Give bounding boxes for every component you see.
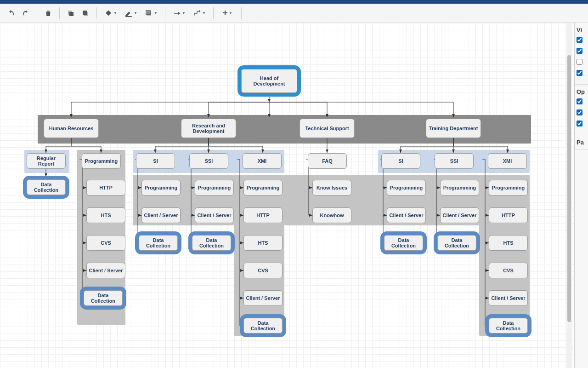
sidebar-section-page: Pa: [577, 139, 586, 146]
node-dc-1[interactable]: Data Collection: [27, 179, 66, 195]
node-cs-3[interactable]: Client / Server: [195, 207, 234, 223]
line-color-button[interactable]: ▼: [122, 7, 140, 20]
node-cs-7[interactable]: Client / Server: [489, 290, 528, 306]
node-hts-3[interactable]: HTS: [489, 235, 528, 251]
node-prog-5[interactable]: Programming: [387, 180, 426, 196]
node-faq[interactable]: FAQ: [308, 153, 347, 169]
node-hr[interactable]: Human Resources: [44, 119, 99, 138]
node-hts-2[interactable]: HTS: [243, 235, 283, 251]
node-ki[interactable]: Know Issues: [312, 180, 351, 196]
node-dc-8[interactable]: Data Collection: [489, 318, 528, 334]
node-kh[interactable]: Knowhow: [312, 207, 351, 223]
node-dc-2[interactable]: Data Collection: [84, 290, 123, 306]
svg-rect-3: [83, 11, 87, 15]
canvas[interactable]: Head of Development Human Resources Rese…: [0, 23, 588, 368]
redo-button[interactable]: [19, 7, 32, 20]
node-si-1[interactable]: SI: [136, 153, 175, 169]
node-dc-6[interactable]: Data Collection: [384, 235, 423, 251]
node-cs-5[interactable]: Client / Server: [387, 207, 426, 223]
node-hts-1[interactable]: HTS: [86, 207, 125, 223]
sidebar-check-1[interactable]: [577, 37, 582, 43]
to-back-button[interactable]: [79, 7, 92, 20]
sidebar-check-6[interactable]: [577, 109, 582, 115]
node-http-2[interactable]: HTTP: [243, 207, 283, 223]
add-button[interactable]: +▼: [218, 7, 237, 20]
sidebar-check-2[interactable]: [577, 48, 582, 54]
toolbar: ▼ ▼ ▼ ▼ ▼ +▼: [0, 4, 588, 23]
node-dc-3[interactable]: Data Collection: [139, 235, 178, 251]
node-cvs-1[interactable]: CVS: [86, 235, 125, 251]
sidebar-section-options: Op: [577, 88, 586, 95]
properties-panel: Vi Op Pa: [574, 23, 588, 368]
node-xmi-2[interactable]: XMI: [488, 153, 527, 169]
node-cvs-3[interactable]: CVS: [489, 263, 528, 278]
node-cs-1[interactable]: Client / Server: [86, 263, 125, 278]
node-cs-6[interactable]: Client / Server: [440, 207, 479, 223]
group-rd-xmi: [234, 175, 284, 336]
connection-button[interactable]: ▼: [170, 7, 188, 20]
sidebar-check-3[interactable]: [577, 59, 582, 65]
node-head[interactable]: Head of Development: [241, 69, 297, 93]
node-http-3[interactable]: HTTP: [489, 207, 528, 223]
node-http-1[interactable]: HTTP: [86, 180, 125, 196]
node-prog-3[interactable]: Programming: [195, 180, 234, 196]
sidebar-section-view: Vi: [577, 27, 586, 34]
sidebar-check-7[interactable]: [577, 121, 582, 126]
node-prog-7[interactable]: Programming: [489, 180, 528, 196]
group-td-xmi: [479, 175, 530, 336]
node-prog-1[interactable]: Programming: [82, 153, 121, 169]
node-xmi-1[interactable]: XMI: [243, 153, 282, 169]
node-si-2[interactable]: SI: [381, 153, 420, 169]
delete-button[interactable]: [42, 7, 55, 20]
node-td[interactable]: Training Department: [426, 119, 481, 138]
node-dc-7[interactable]: Data Collection: [437, 235, 476, 251]
node-dc-4[interactable]: Data Collection: [192, 235, 231, 251]
node-dc-5[interactable]: Data Collection: [243, 318, 283, 334]
node-ts[interactable]: Technical Support: [300, 119, 355, 138]
sidebar-check-4[interactable]: [577, 70, 582, 76]
vertical-scrollbar[interactable]: [566, 23, 572, 368]
node-cs-2[interactable]: Client / Server: [141, 207, 181, 223]
node-prog-4[interactable]: Programming: [243, 180, 283, 196]
waypoints-button[interactable]: ▼: [190, 7, 209, 20]
node-cs-4[interactable]: Client / Server: [243, 290, 283, 306]
sidebar-check-5[interactable]: [577, 98, 582, 104]
svg-rect-4: [125, 16, 132, 17]
undo-button[interactable]: [5, 7, 17, 20]
node-regreport[interactable]: Regular Report: [27, 153, 66, 169]
node-ssi-2[interactable]: SSI: [435, 153, 474, 169]
node-ssi-1[interactable]: SSI: [189, 153, 228, 169]
node-cvs-2[interactable]: CVS: [243, 263, 283, 278]
to-front-button[interactable]: [64, 7, 77, 20]
node-prog-2[interactable]: Programming: [141, 180, 181, 196]
svg-rect-1: [69, 12, 74, 16]
node-rd[interactable]: Research and Development: [181, 119, 236, 138]
fill-color-button[interactable]: ▼: [102, 7, 120, 20]
shadow-button[interactable]: ▼: [142, 7, 160, 20]
node-prog-6[interactable]: Programming: [440, 180, 479, 196]
